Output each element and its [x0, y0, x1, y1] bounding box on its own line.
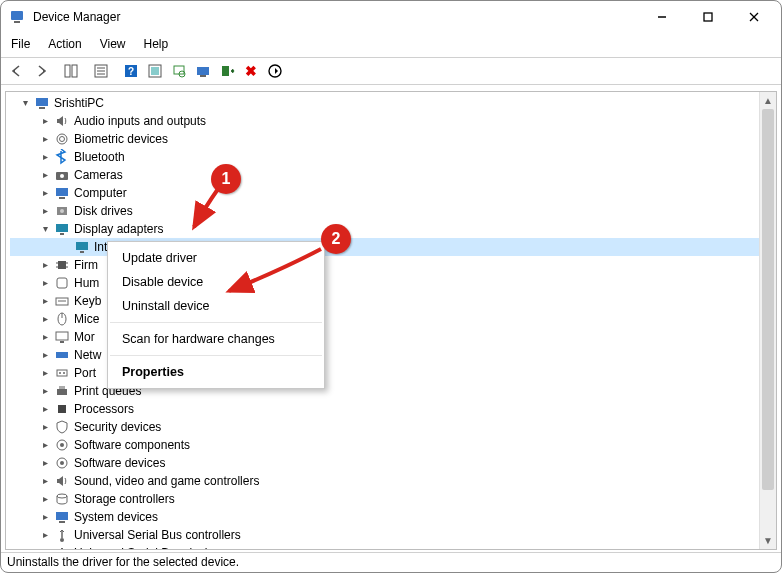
chevron-right-icon[interactable]: ▸: [38, 114, 52, 128]
svg-rect-35: [80, 251, 84, 253]
menu-help[interactable]: Help: [142, 35, 171, 53]
update-driver-button[interactable]: [215, 60, 239, 82]
printer-icon: [54, 383, 70, 399]
disable-button[interactable]: [263, 60, 287, 82]
port-icon: [54, 365, 70, 381]
uninstall-button[interactable]: ✖: [239, 60, 263, 82]
chevron-right-icon[interactable]: ▸: [38, 510, 52, 524]
svg-rect-19: [200, 75, 206, 77]
tree-category[interactable]: ▸Storage controllers: [10, 490, 776, 508]
tree-category[interactable]: ▾Display adapters: [10, 220, 776, 238]
chevron-down-icon[interactable]: ▾: [38, 222, 52, 236]
svg-point-27: [60, 174, 64, 178]
help-button[interactable]: ?: [119, 60, 143, 82]
svg-point-31: [60, 209, 64, 213]
chevron-right-icon[interactable]: ▸: [38, 204, 52, 218]
ctx-disable-device[interactable]: Disable device: [108, 270, 324, 294]
status-bar: Uninstalls the driver for the selected d…: [1, 552, 781, 572]
net-icon: [54, 347, 70, 363]
chevron-right-icon[interactable]: ▸: [38, 294, 52, 308]
chevron-right-icon[interactable]: ▸: [38, 438, 52, 452]
tree-category[interactable]: ▸System devices: [10, 508, 776, 526]
tree-category[interactable]: ▸Security devices: [10, 418, 776, 436]
tree-category[interactable]: ▸Sound, video and game controllers: [10, 472, 776, 490]
chevron-down-icon[interactable]: ▾: [18, 96, 32, 110]
tree-category[interactable]: ▸Processors: [10, 400, 776, 418]
show-hidden-button[interactable]: [59, 60, 83, 82]
tree-category[interactable]: ▸Audio inputs and outputs: [10, 112, 776, 130]
svg-point-24: [57, 134, 67, 144]
chevron-right-icon[interactable]: ▸: [38, 150, 52, 164]
close-button[interactable]: [731, 2, 777, 32]
tree-root[interactable]: ▾SrishtiPC: [10, 94, 776, 112]
scroll-thumb[interactable]: [762, 109, 774, 490]
speaker-icon: [54, 113, 70, 129]
svg-rect-46: [56, 332, 68, 340]
svg-point-59: [60, 461, 64, 465]
tree-category[interactable]: ▸Disk drives: [10, 202, 776, 220]
scroll-down-button[interactable]: ▼: [760, 532, 776, 549]
scroll-up-button[interactable]: ▲: [760, 92, 776, 109]
chevron-right-icon[interactable]: ▸: [38, 186, 52, 200]
menu-action[interactable]: Action: [46, 35, 83, 53]
chevron-right-icon[interactable]: ▸: [38, 258, 52, 272]
pc-icon: [54, 509, 70, 525]
chevron-right-icon[interactable]: ▸: [38, 276, 52, 290]
back-button[interactable]: [5, 60, 29, 82]
tree-node-label: Cameras: [74, 166, 123, 184]
ctx-update-driver[interactable]: Update driver: [108, 246, 324, 270]
forward-button[interactable]: [29, 60, 53, 82]
tree-category[interactable]: ▸Software devices: [10, 454, 776, 472]
tree-category[interactable]: ▸Software components: [10, 436, 776, 454]
chevron-right-icon[interactable]: ▸: [38, 384, 52, 398]
chevron-right-icon[interactable]: ▸: [38, 528, 52, 542]
chevron-right-icon[interactable]: ▸: [38, 348, 52, 362]
tree-category[interactable]: ▸Computer: [10, 184, 776, 202]
chevron-right-icon[interactable]: ▸: [38, 546, 52, 550]
ctx-uninstall-device[interactable]: Uninstall device: [108, 294, 324, 318]
properties-button[interactable]: [89, 60, 113, 82]
maximize-button[interactable]: [685, 2, 731, 32]
chevron-right-icon[interactable]: ▸: [38, 420, 52, 434]
svg-rect-48: [56, 352, 63, 358]
chevron-right-icon[interactable]: ▸: [38, 492, 52, 506]
svg-rect-29: [59, 197, 65, 199]
ctx-scan-hardware[interactable]: Scan for hardware changes: [108, 327, 324, 351]
vertical-scrollbar[interactable]: ▲ ▼: [759, 92, 776, 549]
add-legacy-button[interactable]: [191, 60, 215, 82]
chevron-right-icon[interactable]: ▸: [38, 366, 52, 380]
tree-category[interactable]: ▸Biometric devices: [10, 130, 776, 148]
cpu-icon: [54, 401, 70, 417]
tree-category[interactable]: ▸Universal Serial Bus controllers: [10, 526, 776, 544]
usb-icon: [54, 527, 70, 543]
scan-hardware-button[interactable]: [167, 60, 191, 82]
tree-node-label: Bluetooth: [74, 148, 125, 166]
svg-rect-0: [11, 11, 23, 20]
svg-rect-32: [56, 224, 68, 232]
tree-category[interactable]: ▸Cameras: [10, 166, 776, 184]
chevron-right-icon[interactable]: ▸: [38, 168, 52, 182]
ctx-properties[interactable]: Properties: [108, 360, 324, 384]
chevron-right-icon[interactable]: ▸: [38, 456, 52, 470]
chevron-right-icon[interactable]: ▸: [38, 132, 52, 146]
chevron-right-icon[interactable]: ▸: [38, 402, 52, 416]
chevron-right-icon[interactable]: ▸: [38, 474, 52, 488]
tree-category[interactable]: ▸Bluetooth: [10, 148, 776, 166]
minimize-button[interactable]: [639, 2, 685, 32]
app-icon: [9, 9, 25, 25]
tree-category[interactable]: ▸Universal Serial Bus devices: [10, 544, 776, 550]
menu-view[interactable]: View: [98, 35, 128, 53]
svg-rect-41: [57, 278, 67, 288]
annotation-bubble-1: 1: [211, 164, 241, 194]
svg-rect-34: [76, 242, 88, 250]
storage-icon: [54, 491, 70, 507]
action-button[interactable]: [143, 60, 167, 82]
svg-rect-7: [72, 65, 77, 77]
svg-rect-1: [14, 21, 20, 23]
chevron-right-icon[interactable]: ▸: [38, 312, 52, 326]
menu-file[interactable]: File: [9, 35, 32, 53]
tree-node-label: Netw: [74, 346, 101, 364]
svg-point-25: [60, 137, 65, 142]
chevron-right-icon[interactable]: ▸: [38, 330, 52, 344]
kbd-icon: [54, 293, 70, 309]
